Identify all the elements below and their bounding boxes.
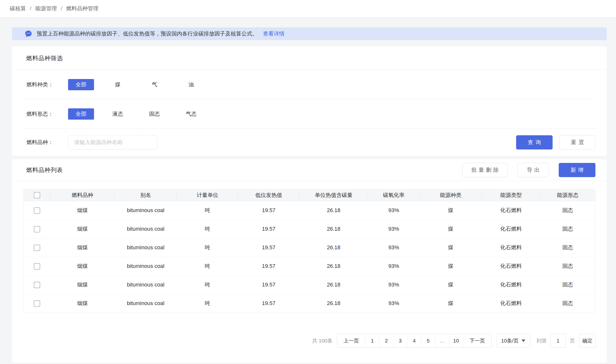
list-card-title: 燃料品种列表 — [26, 166, 63, 174]
table-cell: 吨 — [177, 294, 238, 313]
breadcrumb-item-3[interactable]: 燃料品种管理 — [66, 5, 98, 12]
table-cell: 93% — [368, 294, 419, 313]
fuel-name-filter-row: 燃料品种： 查询 重置 — [23, 129, 595, 156]
fuel-table: 燃料品种别名计量单位低位发热值单位热值含碳量碳氧化率能源种类能源类型能源形态 烟… — [23, 189, 595, 313]
table-cell: 19.57 — [238, 238, 299, 257]
header-cell: 碳氧化率 — [368, 189, 419, 201]
table-row: 烟煤bituminous coal吨19.5726.1893%煤化石燃料固态 — [24, 220, 595, 238]
cell-checkbox — [24, 238, 51, 257]
header-cell-checkbox — [24, 189, 51, 201]
table-cell: 吨 — [177, 238, 238, 257]
cell-checkbox — [24, 257, 51, 275]
table-cell: 固态 — [540, 220, 595, 238]
page-ellipsis[interactable]: ... — [435, 334, 449, 347]
info-banner: 预置上百种能源品种的碳排放因子、低位发热值等，预设国内各行业碳排放因子及核算公式… — [12, 27, 607, 40]
table-cell: bituminous coal — [115, 201, 177, 220]
prev-page-button[interactable]: 上一页 — [337, 334, 365, 347]
reset-button[interactable]: 重置 — [560, 135, 595, 149]
filter-card-header: 燃料品种筛选 — [12, 46, 607, 70]
list-card: 燃料品种列表 批量删除 导出 新增 燃料品种别名计量单位低位发热值单位热值含碳量… — [12, 159, 607, 363]
table-cell: 烟煤 — [51, 294, 115, 313]
next-page-button[interactable]: 下一页 — [463, 334, 491, 347]
fuel-form-label: 燃料形态： — [27, 110, 68, 118]
table-cell: 26.18 — [299, 275, 368, 294]
header-cell: 能源形态 — [540, 189, 595, 201]
breadcrumb-separator: / — [30, 5, 31, 12]
batch-delete-button[interactable]: 批量删除 — [462, 163, 508, 177]
table-cell: 26.18 — [299, 220, 368, 238]
fuel-name-input[interactable] — [68, 136, 157, 149]
table-cell: 26.18 — [299, 294, 368, 313]
table-cell: 化石燃料 — [482, 294, 540, 313]
filter-option[interactable]: 全部 — [68, 108, 94, 120]
filter-option[interactable]: 油 — [178, 79, 204, 90]
fuel-form-filter-row: 燃料形态： 全部液态固态气态 — [23, 99, 595, 129]
goto-page-input[interactable] — [550, 334, 566, 348]
chevron-down-icon — [522, 339, 525, 342]
table-cell: 煤 — [419, 220, 482, 238]
fuel-form-options: 全部液态固态气态 — [68, 108, 215, 120]
filter-option[interactable]: 液态 — [105, 108, 131, 120]
total-count: 共 100条 — [312, 337, 333, 344]
table-row: 烟煤bituminous coal吨19.5726.1893%煤化石燃料固态 — [24, 238, 595, 257]
table-cell: 烟煤 — [51, 275, 115, 294]
comment-icon — [25, 30, 32, 38]
breadcrumb-item-1[interactable]: 碳核算 — [10, 5, 26, 12]
header-cell: 能源类型 — [482, 189, 540, 201]
cell-checkbox — [24, 294, 51, 313]
row-checkbox[interactable] — [34, 208, 40, 214]
page-number-1[interactable]: 1 — [365, 334, 379, 347]
pager: 上一页12345...10下一页 — [337, 334, 492, 348]
banner-text: 预置上百种能源品种的碳排放因子、低位发热值等，预设国内各行业碳排放因子及核算公式… — [37, 30, 257, 38]
table-cell: 煤 — [419, 257, 482, 275]
row-checkbox[interactable] — [34, 300, 40, 307]
list-card-header: 燃料品种列表 批量删除 导出 新增 — [12, 159, 607, 181]
confirm-button[interactable]: 确定 — [579, 334, 595, 348]
filter-option[interactable]: 全部 — [68, 79, 94, 90]
page-number-3[interactable]: 3 — [393, 334, 407, 347]
table-header: 燃料品种别名计量单位低位发热值单位热值含碳量碳氧化率能源种类能源类型能源形态 — [24, 189, 595, 201]
page-number-4[interactable]: 4 — [407, 334, 421, 347]
filter-option[interactable]: 固态 — [142, 108, 167, 120]
table-cell: 吨 — [177, 257, 238, 275]
goto-prefix: 到第 — [536, 337, 547, 344]
select-all-checkbox[interactable] — [34, 192, 40, 198]
table-row: 烟煤bituminous coal吨19.5726.1893%煤化石燃料固态 — [24, 201, 595, 220]
table-cell: 93% — [368, 275, 419, 294]
filter-option[interactable]: 煤 — [105, 79, 131, 90]
fuel-kind-options: 全部煤气油 — [68, 79, 215, 90]
add-button[interactable]: 新增 — [559, 163, 595, 177]
table-body: 烟煤bituminous coal吨19.5726.1893%煤化石燃料固态烟煤… — [24, 201, 595, 313]
page-size-select[interactable]: 10条/页 — [496, 334, 530, 348]
filter-option[interactable]: 气 — [142, 79, 167, 90]
query-button[interactable]: 查询 — [516, 135, 553, 149]
table-row: 烟煤bituminous coal吨19.5726.1893%煤化石燃料固态 — [24, 257, 595, 275]
table-cell: bituminous coal — [115, 294, 177, 313]
filter-option[interactable]: 气态 — [178, 108, 204, 120]
table-cell: bituminous coal — [115, 220, 177, 238]
table-cell: bituminous coal — [115, 257, 177, 275]
page-number-10[interactable]: 10 — [449, 334, 463, 347]
pagination: 共 100条 上一页12345...10下一页 10条/页 到第 页 确定 — [12, 334, 595, 348]
table-cell: 煤 — [419, 275, 482, 294]
row-checkbox[interactable] — [34, 263, 40, 270]
view-details-link[interactable]: 查看详情 — [263, 30, 284, 38]
table-cell: 固态 — [540, 201, 595, 220]
table-cell: 化石燃料 — [482, 220, 540, 238]
table-cell: 烟煤 — [51, 257, 115, 275]
breadcrumb-item-2[interactable]: 能源管理 — [35, 5, 57, 12]
row-checkbox[interactable] — [34, 245, 40, 251]
table-cell: 26.18 — [299, 257, 368, 275]
table-cell: bituminous coal — [115, 275, 177, 294]
table-cell: 93% — [368, 220, 419, 238]
page-number-5[interactable]: 5 — [421, 334, 435, 347]
row-checkbox[interactable] — [34, 282, 40, 288]
top-bar: 碳核算/能源管理/燃料品种管理 — [0, 0, 616, 17]
table-cell: 19.57 — [238, 275, 299, 294]
breadcrumb-separator: / — [61, 5, 62, 12]
filter-card: 燃料品种筛选 燃料种类： 全部煤气油 燃料形态： 全部液态固态气态 燃料品种： … — [12, 46, 607, 156]
row-checkbox[interactable] — [34, 226, 40, 232]
page-number-2[interactable]: 2 — [379, 334, 393, 347]
header-cell: 燃料品种 — [51, 189, 115, 201]
export-button[interactable]: 导出 — [518, 163, 549, 177]
